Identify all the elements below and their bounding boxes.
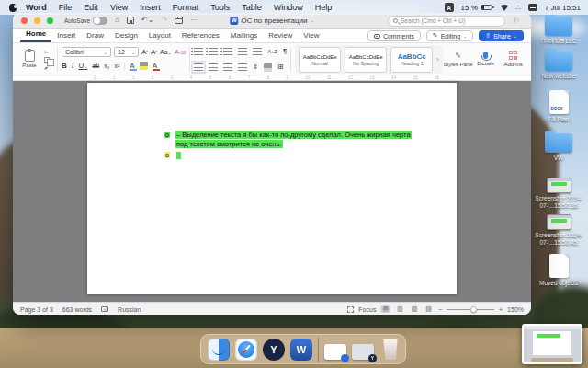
autosave-toggle[interactable] (93, 17, 107, 25)
dictate-button[interactable]: Dictate (474, 45, 498, 74)
apple-menu-icon[interactable] (9, 4, 17, 12)
sort-button[interactable]: A↓Z (267, 49, 277, 54)
desktop-icon-folder[interactable]: New website (529, 52, 588, 80)
input-source-icon[interactable]: A (445, 3, 454, 12)
show-paragraph-marks-button[interactable]: ¶ (283, 47, 287, 56)
menu-item-help[interactable]: Help (315, 3, 333, 12)
align-left-button[interactable] (194, 63, 203, 71)
decrease-indent-button[interactable] (238, 48, 247, 55)
undo-icon[interactable]: ↶⌄ (141, 17, 153, 24)
menu-extra-icon[interactable]: ∴ (516, 4, 521, 12)
highlight-color-button[interactable] (140, 62, 148, 70)
superscript-button[interactable]: x² (114, 62, 119, 71)
tab-design[interactable]: Design (109, 31, 143, 42)
proofing-icon[interactable]: ✕ (101, 306, 108, 312)
tab-layout[interactable]: Layout (143, 31, 176, 42)
dock-yandex-browser-icon[interactable]: Y (263, 339, 285, 361)
clear-formatting-button[interactable]: A⌫ (175, 48, 186, 57)
tab-view[interactable]: View (298, 31, 324, 42)
comments-button[interactable]: Comments (368, 30, 421, 41)
document-page[interactable]: o – Выделение текста я бы как-то по-друг… (87, 83, 457, 294)
document-text-line[interactable]: – Выделение текста я бы как-то по-другом… (175, 131, 412, 140)
desktop-icon-document[interactable]: Moved objects (529, 254, 588, 287)
font-size-select[interactable]: 12⌄ (114, 47, 139, 57)
copy-icon[interactable] (44, 57, 50, 63)
zoom-level[interactable]: 150% (507, 306, 524, 313)
styles-gallery-more-icon[interactable]: › (436, 56, 438, 63)
dock-finder-icon[interactable] (208, 339, 230, 361)
desktop-icon-screenshot[interactable]: Screenshot 2024-07-…15.50.45 (529, 214, 588, 246)
more-commands-icon[interactable]: ··· (190, 17, 198, 24)
close-button[interactable] (21, 17, 28, 24)
grow-font-button[interactable]: Aˆ (141, 48, 148, 57)
save-icon[interactable] (127, 17, 134, 24)
font-name-select[interactable]: Calibri⌄ (62, 47, 111, 57)
draft-view-button[interactable]: ▨ (424, 305, 434, 313)
numbered-list-button[interactable] (209, 48, 218, 55)
window-titlebar[interactable]: AutoSave ⌂ ↶⌄ ↷ ··· W ОС по презентации … (13, 13, 531, 29)
editing-mode-button[interactable]: ✎ Editing ⌄ (426, 30, 473, 41)
style-heading-1[interactable]: AaBbCc Heading 1 (390, 47, 433, 73)
align-right-button[interactable] (223, 63, 232, 71)
clock-label[interactable]: 7 Jul 15:51 (545, 4, 581, 12)
zoom-window-button[interactable] (47, 17, 53, 24)
menu-item-format[interactable]: Format (173, 3, 199, 12)
menu-item-file[interactable]: File (59, 3, 73, 12)
borders-button[interactable]: ⊞ (277, 63, 284, 72)
web-layout-view-button[interactable]: ▥ (395, 305, 405, 313)
italic-button[interactable]: I (72, 62, 74, 71)
home-icon[interactable]: ⌂ (115, 17, 119, 24)
wifi-icon[interactable] (500, 5, 509, 11)
menu-app-icon[interactable] (528, 4, 537, 11)
cut-icon[interactable]: ✂ (44, 50, 53, 55)
minimize-button[interactable] (34, 17, 40, 24)
tab-references[interactable]: References (176, 31, 225, 42)
menu-item-tools[interactable]: Tools (210, 3, 230, 12)
zoom-out-button[interactable]: − (438, 306, 442, 313)
menu-item-edit[interactable]: Edit (84, 3, 98, 12)
battery-status[interactable]: 15 % (461, 4, 492, 12)
desktop-icon-document[interactable]: DOCX FA Plan (529, 90, 588, 123)
document-title[interactable]: W ОС по презентации ⌄ (230, 17, 313, 25)
tab-review[interactable]: Review (263, 31, 298, 42)
zoom-slider[interactable] (447, 309, 494, 310)
underline-button[interactable]: U⌄ (78, 62, 87, 71)
focus-button[interactable]: Focus (358, 306, 376, 313)
menu-item-word[interactable]: Word (26, 3, 47, 12)
menu-item-insert[interactable]: Insert (140, 3, 161, 12)
increase-indent-button[interactable] (253, 48, 262, 55)
language-indicator[interactable]: Russian (118, 306, 141, 313)
tab-mailings[interactable]: Mailings (225, 31, 263, 42)
word-count[interactable]: 663 words (62, 306, 92, 313)
bold-button[interactable]: B (62, 62, 67, 71)
document-text-line[interactable]: под текстом смотрится не очень. (175, 140, 283, 149)
style-normal[interactable]: AaBbCcDdEe Normal (299, 47, 341, 73)
strikethrough-button[interactable]: ab (92, 62, 99, 71)
desktop-icon-folder[interactable]: IT-IN US LLC (529, 17, 588, 45)
print-layout-view-button[interactable]: ▤ (380, 305, 390, 313)
dock-safari-icon[interactable] (235, 339, 257, 361)
paste-button[interactable]: Paste (18, 45, 40, 74)
menu-item-table[interactable]: Table (242, 3, 262, 12)
page-indicator[interactable]: Page 3 of 3 (20, 306, 53, 313)
search-input[interactable]: Search (Cmd + Ctrl + U) (388, 16, 505, 27)
tab-insert[interactable]: Insert (51, 31, 81, 42)
justify-button[interactable] (238, 63, 247, 71)
whats-new-icon[interactable]: ⚐ (514, 17, 520, 25)
subscript-button[interactable]: x₂ (104, 62, 109, 71)
dock-minimized-window[interactable] (324, 344, 346, 360)
shading-button[interactable] (264, 63, 272, 72)
menu-item-window[interactable]: Window (274, 3, 303, 12)
line-spacing-button[interactable]: ⇕ (253, 63, 258, 72)
print-icon[interactable] (175, 18, 183, 24)
dock-minimized-window[interactable]: Y (352, 344, 374, 360)
change-case-button[interactable]: Aa⌄ (160, 48, 172, 57)
dock-trash-icon[interactable] (382, 339, 399, 360)
zoom-slider-knob[interactable] (470, 306, 477, 313)
font-color-button[interactable]: A (153, 62, 157, 70)
styles-pane-button[interactable]: ✎ Styles Pane (447, 45, 470, 74)
screenshot-preview-window[interactable] (522, 324, 582, 364)
align-center-button[interactable] (209, 63, 218, 71)
desktop-icon-folder[interactable]: VW (529, 133, 588, 162)
tab-home[interactable]: Home (20, 29, 51, 42)
